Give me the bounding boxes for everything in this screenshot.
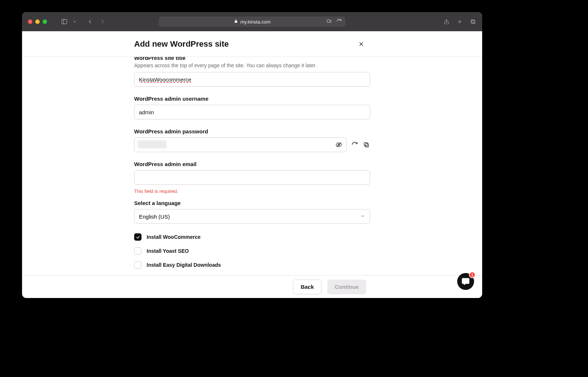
regenerate-password-button[interactable] [351, 141, 358, 148]
modal-title: Add new WordPress site [134, 39, 229, 49]
modal-footer: Back Continue [22, 275, 482, 298]
url-text: my.kinsta.com [240, 19, 270, 25]
svg-rect-7 [471, 20, 474, 23]
install-edd-checkbox[interactable]: Install Easy Digital Downloads [134, 261, 370, 269]
reader-icon[interactable] [326, 19, 332, 25]
admin-email-label: WordPress admin email [134, 161, 370, 167]
address-bar[interactable]: my.kinsta.com [159, 17, 345, 27]
maximize-window-button[interactable] [43, 19, 47, 24]
back-nav-button[interactable] [87, 18, 93, 25]
checkbox-unchecked-icon [134, 247, 141, 255]
admin-username-input[interactable] [134, 105, 370, 119]
site-title-hint: Appears across the top of every page of … [134, 62, 370, 68]
install-woocommerce-checkbox[interactable]: Install WooCommerce [134, 233, 370, 241]
browser-chrome: my.kinsta.com [22, 12, 482, 31]
password-masked-value [138, 140, 166, 148]
intercom-launcher[interactable]: 1 [457, 273, 474, 290]
admin-email-error: This field is required. [134, 188, 370, 194]
language-selected-value: English (US) [139, 213, 170, 220]
admin-password-group: WordPress admin password [134, 128, 370, 152]
forward-nav-button[interactable] [99, 18, 106, 25]
window-controls [28, 19, 47, 24]
install-yoast-checkbox[interactable]: Install Yoast SEO [134, 247, 370, 255]
reload-icon[interactable] [337, 19, 342, 25]
copy-password-button[interactable] [363, 141, 370, 148]
modal-header: Add new WordPress site [22, 31, 482, 57]
checkbox-label: Install WooCommerce [147, 234, 201, 240]
browser-window: my.kinsta.com Add new [22, 12, 482, 298]
chevron-down-icon [360, 213, 365, 220]
admin-password-label: WordPress admin password [134, 128, 370, 134]
language-label: Select a language [134, 200, 370, 206]
toggle-password-visibility-button[interactable] [336, 141, 342, 148]
admin-username-group: WordPress admin username [134, 96, 370, 119]
site-title-label: WordPress site title [134, 57, 370, 61]
close-window-button[interactable] [28, 19, 32, 24]
back-button-label: Back [301, 284, 314, 290]
lock-icon [234, 19, 238, 25]
admin-username-label: WordPress admin username [134, 96, 370, 102]
tabs-overview-icon[interactable] [470, 18, 476, 25]
form-area: WordPress site title Appears across the … [22, 57, 482, 275]
close-modal-button[interactable] [358, 41, 365, 47]
checkbox-checked-icon [134, 233, 141, 241]
admin-email-input[interactable] [134, 170, 370, 185]
svg-rect-2 [327, 19, 330, 22]
share-icon[interactable] [443, 18, 450, 25]
intercom-badge: 1 [469, 272, 476, 278]
checkbox-unchecked-icon [134, 261, 141, 269]
plugin-options: Install WooCommerce Install Yoast SEO In… [134, 233, 370, 269]
back-button[interactable]: Back [293, 280, 322, 294]
site-title-input[interactable] [134, 72, 370, 87]
language-group: Select a language English (US) [134, 200, 370, 224]
language-select[interactable]: English (US) [134, 209, 370, 224]
sidebar-toggle-icon[interactable] [61, 18, 68, 25]
svg-rect-13 [364, 143, 368, 146]
svg-rect-12 [365, 144, 369, 147]
minimize-window-button[interactable] [35, 19, 40, 24]
chevron-down-icon[interactable] [71, 18, 78, 25]
site-title-group: WordPress site title Appears across the … [134, 57, 370, 87]
page-content: Add new WordPress site WordPress site ti… [22, 31, 482, 298]
svg-rect-0 [62, 19, 67, 24]
admin-email-group: WordPress admin email This field is requ… [134, 161, 370, 194]
continue-button[interactable]: Continue [327, 280, 366, 294]
svg-rect-6 [472, 21, 475, 24]
checkbox-label: Install Yoast SEO [147, 248, 189, 254]
continue-button-label: Continue [335, 284, 359, 290]
new-tab-icon[interactable] [456, 18, 463, 25]
checkbox-label: Install Easy Digital Downloads [147, 262, 221, 268]
